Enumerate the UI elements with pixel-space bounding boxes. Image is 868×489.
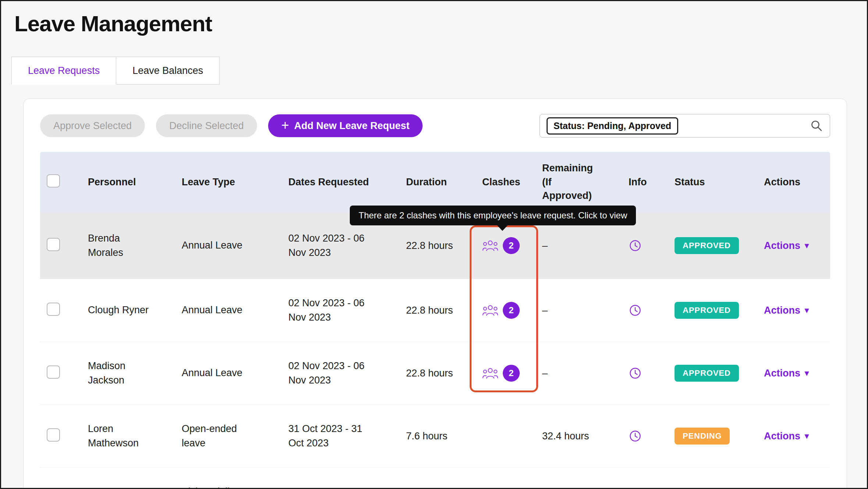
table-row: Clough Ryner Annual Leave 02 Nov 2023 - …: [40, 279, 830, 342]
personnel-cell: Brenda Morales: [88, 231, 182, 260]
approve-selected-button[interactable]: Approve Selected: [40, 114, 145, 137]
chevron-down-icon: ▾: [805, 431, 809, 441]
clashes-cell: 2: [478, 365, 542, 382]
search-filter-box[interactable]: Status: Pending, Approved: [540, 114, 830, 138]
duration-cell: 7.6 hours: [406, 431, 478, 442]
dates-cell: 31 Oct 2023 - 31 Oct 2023: [288, 422, 406, 450]
clashes-button[interactable]: 2: [482, 365, 520, 382]
actions-cell: Actions▾: [764, 240, 831, 251]
dates-cell: 02 Nov 2023 - 06 Nov 2023: [288, 231, 406, 260]
col-clashes: Clashes: [478, 176, 542, 188]
clashes-cell: 2: [478, 237, 542, 254]
clash-count-badge[interactable]: 2: [503, 237, 520, 254]
col-info: Info: [625, 176, 675, 188]
select-all-checkbox[interactable]: [47, 174, 60, 188]
info-cell: [625, 304, 675, 317]
remaining-cell: 32.4 hours: [542, 431, 625, 442]
actions-menu-button[interactable]: Actions▾: [764, 368, 809, 379]
status-badge: PENDING: [675, 428, 730, 445]
plus-icon: +: [281, 119, 289, 132]
col-personnel: Personnel: [88, 176, 182, 188]
col-remaining: Remaining (If Approved): [542, 161, 625, 203]
dates-cell: 02 Nov 2023 - 06 Nov 2023: [288, 359, 406, 388]
personnel-cell: Madison Jackson: [88, 359, 182, 388]
leave-requests-table: Personnel Leave Type Dates Requested Dur…: [40, 152, 830, 489]
add-new-leave-request-button[interactable]: + Add New Leave Request: [268, 114, 423, 137]
actions-menu-button[interactable]: Actions▾: [764, 240, 809, 251]
actions-cell: Actions▾: [764, 305, 831, 316]
toolbar: Approve Selected Decline Selected + Add …: [40, 114, 830, 138]
col-status: Status: [675, 176, 764, 188]
dates-cell: 18 Oct 2023 - 18 Oct 2023: [288, 485, 406, 489]
people-group-icon: [482, 239, 498, 252]
tab-leave-requests[interactable]: Leave Requests: [11, 57, 116, 85]
table-row: Madison Jackson Annual Leave 02 Nov 2023…: [40, 342, 830, 405]
duration-cell: 22.8 hours: [406, 240, 478, 251]
clock-icon[interactable]: [629, 304, 675, 317]
clock-icon[interactable]: [629, 239, 675, 252]
dates-cell: 02 Nov 2023 - 06 Nov 2023: [288, 296, 406, 325]
leave-type-cell: Sick and Illness Leave Leave: [182, 485, 288, 489]
status-cell: PENDING: [675, 428, 764, 445]
personnel-cell: Clough Ryner: [88, 303, 182, 317]
leave-requests-panel: Approve Selected Decline Selected + Add …: [23, 99, 847, 489]
leave-type-cell: Open-ended leave: [182, 422, 288, 450]
remaining-cell: –: [542, 305, 625, 316]
table-row: Ashe Sylvian Sick and Illness Leave Leav…: [40, 468, 830, 489]
chevron-down-icon: ▾: [805, 241, 809, 250]
col-actions: Actions: [764, 176, 831, 188]
clashes-cell: 2: [478, 302, 542, 319]
clash-count-badge[interactable]: 2: [503, 302, 520, 319]
status-cell: APPROVED: [675, 237, 764, 254]
status-badge: APPROVED: [675, 302, 739, 319]
duration-cell: 22.8 hours: [406, 368, 478, 379]
info-cell: [625, 367, 675, 380]
clock-icon[interactable]: [629, 367, 675, 380]
decline-selected-button[interactable]: Decline Selected: [156, 114, 257, 137]
leave-type-cell: Annual Leave: [182, 366, 288, 380]
clash-count-badge[interactable]: 2: [503, 365, 520, 382]
people-group-icon: [482, 367, 498, 379]
info-cell: [625, 239, 675, 252]
status-cell: APPROVED: [675, 365, 764, 382]
info-cell: [625, 429, 675, 443]
duration-cell: 22.8 hours: [406, 305, 478, 316]
leave-type-cell: Annual Leave: [182, 303, 288, 317]
leave-type-cell: Annual Leave: [182, 238, 288, 253]
row-checkbox[interactable]: [47, 238, 60, 251]
status-badge: APPROVED: [675, 237, 739, 254]
status-badge: APPROVED: [675, 365, 739, 382]
remaining-cell: –: [542, 240, 625, 251]
clock-icon[interactable]: [629, 429, 675, 443]
col-leave-type: Leave Type: [182, 176, 288, 188]
table-row: Loren Mathewson Open-ended leave 31 Oct …: [40, 405, 830, 468]
actions-menu-button[interactable]: Actions▾: [764, 305, 809, 316]
page-title: Leave Management: [14, 12, 867, 35]
chevron-down-icon: ▾: [805, 306, 809, 315]
personnel-cell: Loren Mathewson: [88, 422, 182, 450]
clash-tooltip-text: There are 2 clashes with this employee's…: [359, 210, 627, 220]
tooltip-arrow: [497, 225, 508, 231]
add-new-leave-request-label: Add New Leave Request: [294, 120, 410, 132]
tab-bar: Leave Requests Leave Balances: [11, 57, 867, 85]
row-checkbox[interactable]: [47, 365, 60, 379]
remaining-cell: –: [542, 368, 625, 379]
people-group-icon: [482, 304, 498, 317]
leave-management-page: Leave Management Leave Requests Leave Ba…: [0, 0, 868, 489]
row-checkbox[interactable]: [47, 303, 60, 316]
clashes-button[interactable]: 2: [482, 237, 520, 254]
clashes-button[interactable]: 2: [482, 302, 520, 319]
search-icon[interactable]: [810, 119, 823, 132]
status-filter-chip[interactable]: Status: Pending, Approved: [547, 117, 678, 135]
clash-tooltip: There are 2 clashes with this employee's…: [350, 206, 636, 225]
col-duration: Duration: [406, 176, 478, 188]
actions-menu-button[interactable]: Actions▾: [764, 431, 809, 442]
tab-leave-balances[interactable]: Leave Balances: [116, 57, 220, 85]
table-header-row: Personnel Leave Type Dates Requested Dur…: [40, 152, 830, 213]
status-cell: APPROVED: [675, 302, 764, 319]
actions-cell: Actions▾: [764, 431, 831, 442]
row-checkbox[interactable]: [47, 428, 60, 442]
col-dates-requested: Dates Requested: [288, 176, 406, 188]
chevron-down-icon: ▾: [805, 368, 809, 378]
actions-cell: Actions▾: [764, 368, 831, 379]
